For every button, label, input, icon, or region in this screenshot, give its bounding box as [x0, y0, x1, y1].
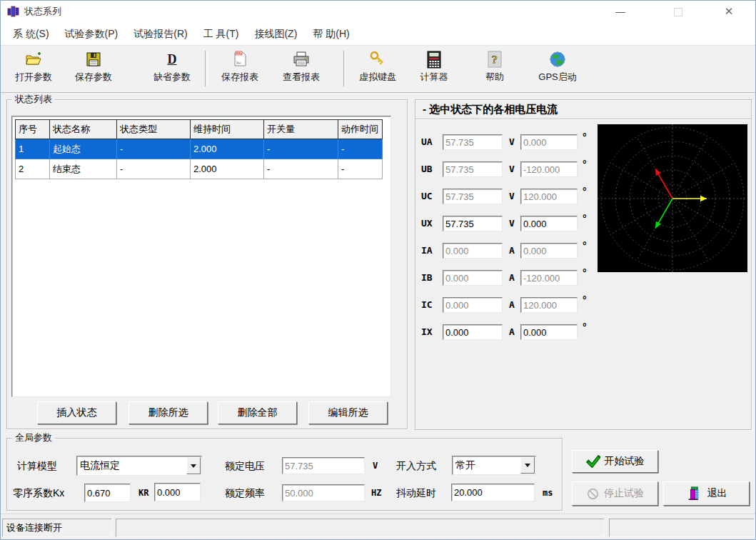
degree-symbol: ° [583, 267, 587, 279]
ic-value-input [443, 297, 503, 313]
input-mode-value: 常开 [455, 456, 475, 474]
status-pane-right [609, 519, 755, 537]
status-bar: 设备连接断开 [1, 514, 755, 540]
view-report-printer-icon [292, 49, 311, 69]
menu-help[interactable]: 帮 助(H) [305, 22, 357, 45]
view-report-button[interactable]: 查看报表 [273, 49, 329, 89]
menu-tools[interactable]: 工 具(T) [196, 22, 247, 45]
exit-door-icon [686, 486, 702, 501]
virtual-keyboard-key-icon [368, 49, 387, 69]
edit-selected-button[interactable]: 编辑所选 [308, 401, 388, 424]
start-test-button[interactable]: 开始试验 [572, 450, 658, 473]
input-mode-label: 开入方式 [396, 460, 436, 473]
global-params-groupbox: 全局参数 计算模型 电流恒定 额定电压 V 开入方式 常开 零序系数Kx KR … [6, 438, 563, 511]
maximize-button[interactable] [662, 1, 695, 22]
global-params-caption: 全局参数 [12, 432, 55, 444]
delete-selected-button[interactable]: 删除所选 [128, 401, 208, 424]
ix-angle-input[interactable] [520, 324, 578, 340]
unit-label: V [509, 164, 515, 174]
menu-test-params[interactable]: 试验参数(P) [57, 22, 126, 45]
table-row[interactable]: 1 起始态 - 2.000 - - [16, 139, 383, 159]
ix-value-input[interactable] [443, 324, 503, 340]
calculator-button[interactable]: 计算器 [411, 49, 457, 89]
calc-model-value: 电流恒定 [80, 456, 120, 475]
save-report-button[interactable]: EXL 保存报表 [212, 49, 268, 89]
window-title: 状态系列 [24, 1, 61, 22]
phase-label: UA [421, 136, 433, 147]
unit-label: V [509, 136, 515, 147]
ub-value-input [443, 161, 503, 177]
uc-value-input [443, 189, 503, 204]
degree-symbol: ° [583, 321, 587, 333]
default-params-button[interactable]: D 缺省参数 [145, 49, 199, 89]
title-bar: 状态系列 — ✕ [1, 1, 755, 22]
menu-wiring-diagram[interactable]: 接线图(Z) [246, 22, 305, 45]
phase-row-uc: UC V ° [415, 189, 598, 204]
minimize-button[interactable]: — [604, 1, 637, 22]
save-params-button[interactable]: 保存参数 [66, 49, 121, 89]
chevron-down-icon[interactable] [520, 457, 535, 474]
degree-symbol: ° [583, 240, 587, 251]
virtual-keyboard-button[interactable]: 虚拟键盘 [350, 49, 405, 89]
calc-model-combobox[interactable]: 电流恒定 [76, 456, 202, 476]
delete-all-button[interactable]: 删除全部 [218, 401, 297, 424]
device-status: 设备连接断开 [2, 519, 112, 537]
degree-symbol: ° [583, 186, 587, 197]
help-question-icon: ? [487, 49, 503, 69]
input-mode-combobox[interactable]: 常开 [452, 456, 536, 475]
ux-value-input[interactable] [443, 216, 503, 231]
degree-symbol: ° [583, 294, 587, 306]
phase-panel: - 选中状态下的各相电压电流 UA V ° UB V ° UC V ° UX [415, 99, 752, 430]
phase-label: IC [421, 299, 433, 310]
debounce-input[interactable] [451, 484, 535, 501]
state-list-caption: 状态列表 [12, 94, 55, 105]
state-table-header: 序号 状态名称 状态类型 维持时间 开关量 动作时间 [16, 120, 383, 139]
gps-start-button[interactable]: GPS启动 [529, 49, 586, 89]
phase-panel-title: - 选中状态下的各相电压电流 [423, 100, 558, 119]
ub-angle-input [520, 161, 578, 177]
stop-test-button[interactable]: 停止试验 [572, 481, 658, 506]
ia-angle-input [520, 243, 578, 259]
phase-row-ua: UA V ° [415, 134, 598, 150]
insert-state-button[interactable]: 插入状态 [37, 401, 116, 424]
ib-value-input [443, 270, 503, 286]
unit-label: A [509, 245, 515, 256]
zero-seq-kx-label: 零序系数Kx [13, 487, 64, 500]
state-table: 序号 状态名称 状态类型 维持时间 开关量 动作时间 1 起始态 - 2.000… [15, 119, 383, 179]
toolbar-separator [343, 51, 346, 86]
ua-value-input [443, 134, 503, 150]
ia-value-input [443, 243, 503, 259]
phase-row-ia: IA A ° [415, 243, 598, 259]
stop-prohibit-icon [586, 487, 600, 501]
calc-model-label: 计算模型 [17, 460, 57, 473]
unit-label: V [509, 218, 515, 229]
calculator-icon [427, 49, 441, 69]
ib-angle-input [520, 270, 578, 286]
menu-test-report[interactable]: 试验报告(R) [126, 22, 195, 45]
close-button[interactable]: ✕ [712, 1, 745, 22]
kr-label: KR [138, 488, 148, 498]
phase-label: UB [421, 164, 433, 174]
svg-text:?: ? [492, 53, 498, 66]
help-button[interactable]: ? 帮助 [475, 49, 515, 89]
ux-angle-input[interactable] [520, 216, 578, 231]
check-icon [586, 455, 600, 468]
status-pane-middle [116, 519, 605, 537]
table-row[interactable]: 2 结束态 - 2.000 - - [16, 159, 383, 179]
debounce-label: 抖动延时 [396, 487, 436, 500]
kr-input[interactable] [154, 483, 201, 501]
toolbar-separator [205, 51, 208, 86]
phase-label: IB [421, 272, 433, 283]
phase-row-ic: IC A ° [415, 297, 598, 313]
unit-label: A [509, 326, 515, 337]
open-params-button[interactable]: 打开参数 [6, 49, 61, 89]
state-listbox[interactable]: 序号 状态名称 状态类型 维持时间 开关量 动作时间 1 起始态 - 2.000… [11, 116, 391, 397]
rated-voltage-unit: V [373, 461, 378, 471]
menu-system[interactable]: 系 统(S) [5, 22, 57, 45]
open-folder-icon [24, 49, 43, 69]
exit-button[interactable]: 退出 [663, 481, 750, 506]
zero-seq-kx-input[interactable] [84, 484, 131, 502]
chevron-down-icon[interactable] [186, 457, 201, 474]
toolbar: 打开参数 保存参数 D 缺省参数 [1, 45, 755, 93]
phase-label: UX [421, 218, 433, 229]
